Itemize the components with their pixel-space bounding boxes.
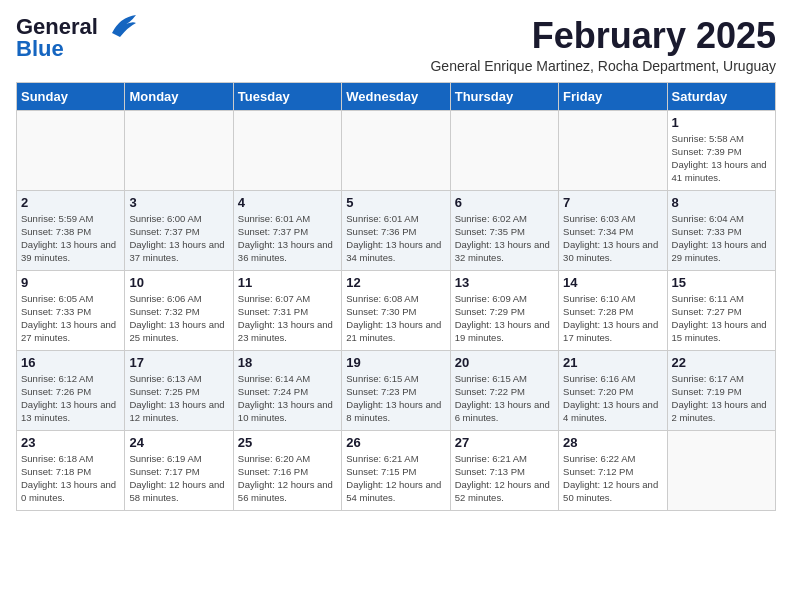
calendar-cell: 6Sunrise: 6:02 AM Sunset: 7:35 PM Daylig… [450,190,558,270]
subtitle: General Enrique Martinez, Rocha Departme… [430,58,776,74]
calendar-cell: 28Sunrise: 6:22 AM Sunset: 7:12 PM Dayli… [559,430,667,510]
month-title: February 2025 [430,16,776,56]
calendar-cell [342,110,450,190]
calendar-cell: 18Sunrise: 6:14 AM Sunset: 7:24 PM Dayli… [233,350,341,430]
day-number: 24 [129,435,228,450]
calendar-cell: 2Sunrise: 5:59 AM Sunset: 7:38 PM Daylig… [17,190,125,270]
day-number: 16 [21,355,120,370]
day-number: 28 [563,435,662,450]
calendar-cell: 26Sunrise: 6:21 AM Sunset: 7:15 PM Dayli… [342,430,450,510]
calendar-cell [559,110,667,190]
calendar-cell [450,110,558,190]
calendar-cell: 4Sunrise: 6:01 AM Sunset: 7:37 PM Daylig… [233,190,341,270]
calendar-cell: 23Sunrise: 6:18 AM Sunset: 7:18 PM Dayli… [17,430,125,510]
calendar-cell [667,430,775,510]
day-info: Sunrise: 6:08 AM Sunset: 7:30 PM Dayligh… [346,292,445,345]
calendar-header-monday: Monday [125,82,233,110]
day-number: 5 [346,195,445,210]
day-info: Sunrise: 6:19 AM Sunset: 7:17 PM Dayligh… [129,452,228,505]
day-info: Sunrise: 6:13 AM Sunset: 7:25 PM Dayligh… [129,372,228,425]
day-number: 9 [21,275,120,290]
calendar-header-row: SundayMondayTuesdayWednesdayThursdayFrid… [17,82,776,110]
calendar-header-thursday: Thursday [450,82,558,110]
day-info: Sunrise: 6:01 AM Sunset: 7:36 PM Dayligh… [346,212,445,265]
calendar-cell: 12Sunrise: 6:08 AM Sunset: 7:30 PM Dayli… [342,270,450,350]
day-number: 1 [672,115,771,130]
day-info: Sunrise: 6:15 AM Sunset: 7:22 PM Dayligh… [455,372,554,425]
calendar-cell: 5Sunrise: 6:01 AM Sunset: 7:36 PM Daylig… [342,190,450,270]
calendar-cell: 19Sunrise: 6:15 AM Sunset: 7:23 PM Dayli… [342,350,450,430]
calendar-week-row-0: 1Sunrise: 5:58 AM Sunset: 7:39 PM Daylig… [17,110,776,190]
day-info: Sunrise: 6:07 AM Sunset: 7:31 PM Dayligh… [238,292,337,345]
calendar-week-row-2: 9Sunrise: 6:05 AM Sunset: 7:33 PM Daylig… [17,270,776,350]
calendar-week-row-1: 2Sunrise: 5:59 AM Sunset: 7:38 PM Daylig… [17,190,776,270]
day-info: Sunrise: 6:00 AM Sunset: 7:37 PM Dayligh… [129,212,228,265]
calendar-cell: 16Sunrise: 6:12 AM Sunset: 7:26 PM Dayli… [17,350,125,430]
day-info: Sunrise: 6:04 AM Sunset: 7:33 PM Dayligh… [672,212,771,265]
day-number: 26 [346,435,445,450]
day-number: 12 [346,275,445,290]
calendar-cell: 25Sunrise: 6:20 AM Sunset: 7:16 PM Dayli… [233,430,341,510]
day-number: 7 [563,195,662,210]
day-number: 6 [455,195,554,210]
logo-blue: Blue [16,36,64,61]
calendar-cell: 3Sunrise: 6:00 AM Sunset: 7:37 PM Daylig… [125,190,233,270]
calendar-header-wednesday: Wednesday [342,82,450,110]
day-info: Sunrise: 6:10 AM Sunset: 7:28 PM Dayligh… [563,292,662,345]
calendar-cell [233,110,341,190]
day-info: Sunrise: 6:16 AM Sunset: 7:20 PM Dayligh… [563,372,662,425]
day-info: Sunrise: 6:15 AM Sunset: 7:23 PM Dayligh… [346,372,445,425]
calendar-table: SundayMondayTuesdayWednesdayThursdayFrid… [16,82,776,511]
day-number: 17 [129,355,228,370]
calendar-cell: 8Sunrise: 6:04 AM Sunset: 7:33 PM Daylig… [667,190,775,270]
calendar-cell: 17Sunrise: 6:13 AM Sunset: 7:25 PM Dayli… [125,350,233,430]
day-info: Sunrise: 5:58 AM Sunset: 7:39 PM Dayligh… [672,132,771,185]
day-number: 23 [21,435,120,450]
day-info: Sunrise: 6:14 AM Sunset: 7:24 PM Dayligh… [238,372,337,425]
day-number: 20 [455,355,554,370]
day-number: 2 [21,195,120,210]
calendar-week-row-3: 16Sunrise: 6:12 AM Sunset: 7:26 PM Dayli… [17,350,776,430]
day-info: Sunrise: 6:20 AM Sunset: 7:16 PM Dayligh… [238,452,337,505]
calendar-header-friday: Friday [559,82,667,110]
day-info: Sunrise: 6:22 AM Sunset: 7:12 PM Dayligh… [563,452,662,505]
day-info: Sunrise: 6:11 AM Sunset: 7:27 PM Dayligh… [672,292,771,345]
day-number: 3 [129,195,228,210]
day-number: 25 [238,435,337,450]
calendar-cell [17,110,125,190]
calendar-cell: 10Sunrise: 6:06 AM Sunset: 7:32 PM Dayli… [125,270,233,350]
calendar-cell: 11Sunrise: 6:07 AM Sunset: 7:31 PM Dayli… [233,270,341,350]
calendar-cell: 9Sunrise: 6:05 AM Sunset: 7:33 PM Daylig… [17,270,125,350]
calendar-cell: 15Sunrise: 6:11 AM Sunset: 7:27 PM Dayli… [667,270,775,350]
day-number: 21 [563,355,662,370]
day-number: 10 [129,275,228,290]
day-number: 15 [672,275,771,290]
calendar-cell: 24Sunrise: 6:19 AM Sunset: 7:17 PM Dayli… [125,430,233,510]
day-number: 11 [238,275,337,290]
calendar-header-tuesday: Tuesday [233,82,341,110]
day-number: 22 [672,355,771,370]
calendar-header-saturday: Saturday [667,82,775,110]
day-number: 27 [455,435,554,450]
day-number: 8 [672,195,771,210]
day-info: Sunrise: 6:21 AM Sunset: 7:15 PM Dayligh… [346,452,445,505]
day-info: Sunrise: 6:12 AM Sunset: 7:26 PM Dayligh… [21,372,120,425]
calendar-cell: 14Sunrise: 6:10 AM Sunset: 7:28 PM Dayli… [559,270,667,350]
calendar-cell: 21Sunrise: 6:16 AM Sunset: 7:20 PM Dayli… [559,350,667,430]
day-info: Sunrise: 6:21 AM Sunset: 7:13 PM Dayligh… [455,452,554,505]
calendar-cell: 22Sunrise: 6:17 AM Sunset: 7:19 PM Dayli… [667,350,775,430]
title-block: February 2025 General Enrique Martinez, … [430,16,776,74]
logo: General Blue [16,16,138,60]
day-info: Sunrise: 6:09 AM Sunset: 7:29 PM Dayligh… [455,292,554,345]
day-number: 4 [238,195,337,210]
logo-bird-icon [102,13,138,41]
calendar-header-sunday: Sunday [17,82,125,110]
day-info: Sunrise: 6:18 AM Sunset: 7:18 PM Dayligh… [21,452,120,505]
calendar-week-row-4: 23Sunrise: 6:18 AM Sunset: 7:18 PM Dayli… [17,430,776,510]
day-number: 14 [563,275,662,290]
day-info: Sunrise: 6:03 AM Sunset: 7:34 PM Dayligh… [563,212,662,265]
day-info: Sunrise: 6:01 AM Sunset: 7:37 PM Dayligh… [238,212,337,265]
calendar-cell: 1Sunrise: 5:58 AM Sunset: 7:39 PM Daylig… [667,110,775,190]
calendar-cell: 7Sunrise: 6:03 AM Sunset: 7:34 PM Daylig… [559,190,667,270]
calendar-cell [125,110,233,190]
